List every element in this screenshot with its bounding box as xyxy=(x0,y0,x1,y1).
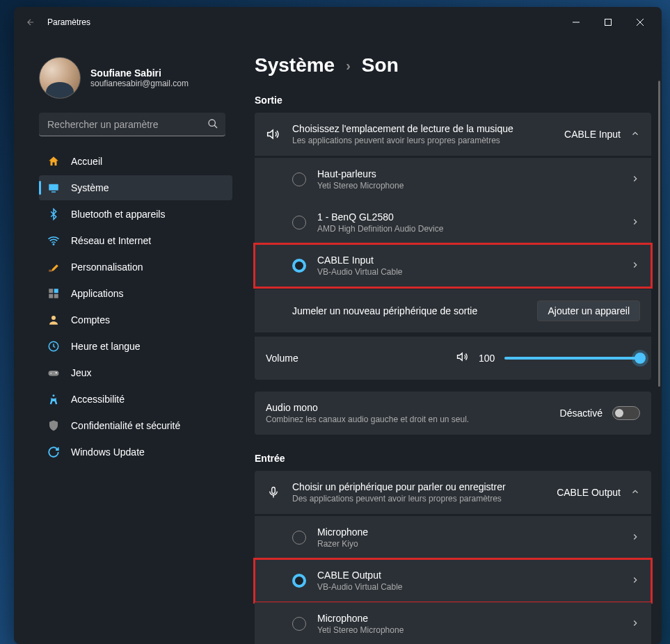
nav-item-apps[interactable]: Applications xyxy=(39,281,232,306)
nav-item-time[interactable]: Heure et langue xyxy=(39,334,232,359)
breadcrumb: Système › Son xyxy=(255,43,656,82)
svg-rect-9 xyxy=(49,270,52,272)
nav-item-label: Applications xyxy=(71,288,124,299)
svg-rect-20 xyxy=(272,488,276,494)
nav-item-brush[interactable]: Personnalisation xyxy=(39,255,232,280)
update-icon xyxy=(47,446,60,458)
svg-rect-10 xyxy=(49,289,53,293)
output-device-row[interactable]: CABLE Input VB-Audio Virtual Cable xyxy=(255,244,651,287)
microphone-icon xyxy=(266,486,281,499)
profile[interactable]: Soufiane Sabiri soufianesabiri@gmail.com xyxy=(14,43,237,113)
main: Système › Son Sortie Choisissez l'emplac… xyxy=(237,38,662,644)
nav-item-accessibility[interactable]: Accessibilité xyxy=(39,387,232,412)
nav-item-label: Accessibilité xyxy=(71,394,125,405)
mono-toggle[interactable] xyxy=(612,406,640,420)
nav-item-update[interactable]: Windows Update xyxy=(39,440,232,465)
output-device-row[interactable]: Haut-parleurs Yeti Stereo Microphone xyxy=(255,158,651,201)
chevron-right-icon: › xyxy=(346,58,351,74)
svg-point-14 xyxy=(51,316,56,320)
output-device-row[interactable]: 1 - BenQ GL2580 AMD High Definition Audi… xyxy=(255,201,651,244)
svg-rect-6 xyxy=(49,184,58,191)
nav-item-label: Réseau et Internet xyxy=(71,235,151,246)
radio-button[interactable] xyxy=(292,259,306,273)
shield-icon xyxy=(47,419,60,432)
output-selected-value: CABLE Input xyxy=(564,129,621,140)
output-header-card[interactable]: Choisissez l'emplacement de lecture de l… xyxy=(255,113,651,156)
volume-mute-icon[interactable] xyxy=(456,351,469,366)
maximize-button[interactable] xyxy=(592,11,624,33)
nav-item-label: Système xyxy=(71,182,109,193)
nav-item-system[interactable]: Système xyxy=(39,175,232,200)
svg-line-5 xyxy=(214,125,217,128)
system-icon xyxy=(47,182,60,194)
input-device-row[interactable]: Microphone Razer Kiyo xyxy=(255,516,651,559)
section-output-title: Sortie xyxy=(255,95,656,106)
input-selected-value: CABLE Output xyxy=(557,487,621,498)
search xyxy=(39,113,225,136)
svg-point-18 xyxy=(51,373,52,374)
bluetooth-icon xyxy=(47,208,60,220)
nav-item-shield[interactable]: Confidentialité et sécurité xyxy=(39,413,232,438)
svg-point-17 xyxy=(56,372,57,373)
wifi-icon xyxy=(47,234,60,247)
chevron-right-icon xyxy=(630,575,640,587)
nav-item-wifi[interactable]: Réseau et Internet xyxy=(39,228,232,253)
speaker-icon xyxy=(266,127,281,141)
breadcrumb-parent[interactable]: Système xyxy=(255,54,335,77)
chevron-right-icon xyxy=(630,217,640,229)
apps-icon xyxy=(47,287,60,300)
nav-item-label: Personnalisation xyxy=(71,261,143,273)
titlebar: Paramètres xyxy=(14,7,662,38)
svg-rect-13 xyxy=(54,294,58,298)
volume-value: 100 xyxy=(479,353,495,364)
radio-button[interactable] xyxy=(292,531,306,545)
nav-item-bluetooth[interactable]: Bluetooth et appareils xyxy=(39,202,232,227)
svg-rect-7 xyxy=(51,191,56,193)
gamepad-icon xyxy=(47,367,60,379)
chevron-up-icon xyxy=(630,129,640,140)
chevron-right-icon xyxy=(630,174,640,186)
time-icon xyxy=(47,340,60,353)
add-output-device-button[interactable]: Ajouter un appareil xyxy=(537,300,640,321)
scrollbar[interactable] xyxy=(658,81,660,387)
accessibility-icon xyxy=(47,393,60,405)
svg-rect-16 xyxy=(49,371,59,376)
nav: AccueilSystèmeBluetooth et appareilsRése… xyxy=(14,149,237,465)
svg-rect-1 xyxy=(605,19,612,26)
profile-email: soufianesabiri@gmail.com xyxy=(90,79,189,88)
svg-rect-12 xyxy=(49,294,53,298)
back-button[interactable] xyxy=(19,11,42,33)
home-icon xyxy=(47,155,60,168)
profile-name: Soufiane Sabiri xyxy=(90,67,189,79)
close-button[interactable] xyxy=(624,11,656,33)
radio-button[interactable] xyxy=(292,172,306,186)
nav-item-home[interactable]: Accueil xyxy=(39,149,232,174)
section-input-title: Entrée xyxy=(255,453,656,464)
input-header-card[interactable]: Choisir un périphérique pour parler ou e… xyxy=(255,471,651,514)
svg-point-19 xyxy=(53,394,55,396)
radio-button[interactable] xyxy=(292,216,306,230)
volume-slider[interactable] xyxy=(504,357,640,360)
input-device-row[interactable]: Microphone Yeti Stereo Microphone xyxy=(255,602,651,644)
chevron-right-icon xyxy=(630,260,640,272)
nav-item-gamepad[interactable]: Jeux xyxy=(39,360,232,385)
search-input[interactable] xyxy=(39,113,225,136)
radio-button[interactable] xyxy=(292,617,306,631)
chevron-right-icon xyxy=(630,618,640,630)
svg-point-8 xyxy=(53,244,54,245)
radio-button[interactable] xyxy=(292,574,306,588)
input-device-row[interactable]: CABLE Output VB-Audio Virtual Cable xyxy=(255,559,651,602)
nav-item-person[interactable]: Comptes xyxy=(39,307,232,332)
svg-rect-11 xyxy=(54,289,58,293)
search-icon xyxy=(207,118,218,132)
volume-card: Volume 100 xyxy=(255,337,651,380)
nav-item-label: Windows Update xyxy=(71,446,145,458)
person-icon xyxy=(47,314,60,326)
avatar xyxy=(39,57,81,99)
nav-item-label: Accueil xyxy=(71,156,102,167)
minimize-button[interactable] xyxy=(560,11,592,33)
mono-card[interactable]: Audio mono Combinez les canaux audio gau… xyxy=(255,392,651,435)
nav-item-label: Confidentialité et sécurité xyxy=(71,420,180,431)
settings-window: Paramètres Soufiane Sabiri soufianesabir… xyxy=(14,7,662,644)
nav-item-label: Bluetooth et appareils xyxy=(71,209,165,220)
